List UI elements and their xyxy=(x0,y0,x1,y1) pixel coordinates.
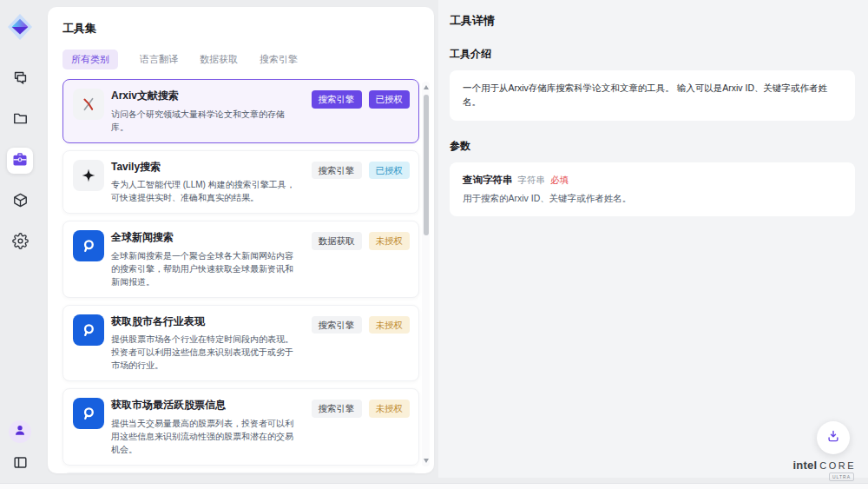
scroll-up-arrow[interactable] xyxy=(424,85,429,89)
sidebar xyxy=(0,0,40,489)
param-name: 查询字符串 xyxy=(463,174,513,187)
sidebar-item-tools[interactable] xyxy=(7,148,33,174)
intro-text: 一个用于从Arxiv存储库搜索科学论文和文章的工具。 输入可以是Arxiv ID… xyxy=(463,82,842,109)
download-button[interactable] xyxy=(817,421,850,454)
tool-card-active-stocks[interactable]: 获取市场最活跃股票信息 提供当天交易量最高的股票列表，投资者可以利用这些信息来识… xyxy=(62,388,419,466)
param-card: 查询字符串 字符串 必填 用于搜索的Arxiv ID、关键字或作者姓名。 xyxy=(450,162,855,216)
intro-card: 一个用于从Arxiv存储库搜索科学论文和文章的工具。 输入可以是Arxiv ID… xyxy=(450,70,855,121)
status-badge: 已授权 xyxy=(369,90,411,109)
blue-search-icon xyxy=(73,398,104,429)
status-badge: 未授权 xyxy=(369,316,411,334)
tool-card-sector-performance[interactable]: 获取股市各行业表现 提供股票市场各个行业在特定时间段内的表现。投资者可以利用这些… xyxy=(62,305,419,382)
sidebar-item-models[interactable] xyxy=(7,188,33,215)
params-heading: 参数 xyxy=(450,139,855,154)
cube-icon xyxy=(12,192,29,212)
collapse-sidebar-button[interactable] xyxy=(7,451,33,477)
scroll-down-arrow[interactable] xyxy=(424,459,429,463)
tool-card-arxiv[interactable]: Arxiv文献搜索 访问各个研究领域大量科学论文和文章的存储库。 搜索引擎 已授… xyxy=(62,79,419,143)
scrollbar-thumb[interactable] xyxy=(424,95,429,235)
status-badge: 未授权 xyxy=(369,232,411,250)
sidebar-item-settings[interactable] xyxy=(7,229,33,255)
core-wordmark: core xyxy=(819,460,856,471)
category-badge: 数据获取 xyxy=(312,232,362,250)
category-badge: 搜索引擎 xyxy=(312,162,362,180)
tool-description: 访问各个研究领域大量科学论文和文章的存储库。 xyxy=(111,108,301,134)
tool-description: 提供当天交易量最高的股票列表，投资者可以利用这些信息来识别流动性强的股票和潜在的… xyxy=(111,417,301,456)
gear-icon xyxy=(12,233,29,253)
folder-icon xyxy=(12,110,29,130)
sidebar-item-files[interactable] xyxy=(7,107,33,133)
tool-title: 全球新闻搜索 xyxy=(111,230,301,245)
tool-description: 专为人工智能代理 (LLM) 构建的搜索引擎工具，可快速提供实时、准确和真实的结… xyxy=(111,178,301,204)
sidebar-item-chat[interactable] xyxy=(7,66,33,92)
category-badge: 搜索引擎 xyxy=(312,316,362,334)
category-tabs: 所有类别 语言翻译 数据获取 搜索引擎 xyxy=(62,50,419,69)
tool-card-global-news[interactable]: 全球新闻搜索 全球新闻搜索是一个聚合全球各大新闻网站内容的搜索引擎，帮助用户快速… xyxy=(62,221,419,298)
chat-icon xyxy=(12,69,29,89)
tool-description: 全球新闻搜索是一个聚合全球各大新闻网站内容的搜索引擎，帮助用户快速获取全球最新资… xyxy=(111,249,301,288)
tools-panel-title: 工具集 xyxy=(62,21,419,36)
intro-heading: 工具介绍 xyxy=(450,47,855,62)
collapse-panel-icon xyxy=(12,454,29,474)
tool-title: Tavily搜索 xyxy=(111,160,301,175)
window-bottom-edge xyxy=(0,483,868,489)
arxiv-x-icon xyxy=(73,89,104,120)
tab-language-translation[interactable]: 语言翻译 xyxy=(140,50,178,69)
tab-search-engine[interactable]: 搜索引擎 xyxy=(260,50,298,69)
param-required-flag: 必填 xyxy=(550,175,569,187)
sidebar-bottom xyxy=(7,420,33,477)
sidebar-nav xyxy=(7,66,33,255)
status-badge: 未授权 xyxy=(369,400,411,418)
tool-title: Arxiv文献搜索 xyxy=(111,89,301,103)
status-badge: 已授权 xyxy=(369,162,411,180)
tools-panel: 工具集 所有类别 语言翻译 数据获取 搜索引擎 Arxiv文献搜索 访问各个研究… xyxy=(48,7,434,473)
list-scrollbar[interactable] xyxy=(422,82,430,466)
category-badge: 搜索引擎 xyxy=(312,90,362,109)
tool-detail-panel: 工具详情 工具介绍 一个用于从Arxiv存储库搜索科学论文和文章的工具。 输入可… xyxy=(438,0,868,478)
tool-card-tavily[interactable]: Tavily搜索 专为人工智能代理 (LLM) 构建的搜索引擎工具，可快速提供实… xyxy=(62,150,419,215)
category-badge: 搜索引擎 xyxy=(312,400,362,418)
app-window: 工具集 所有类别 语言翻译 数据获取 搜索引擎 Arxiv文献搜索 访问各个研究… xyxy=(0,0,868,489)
intel-wordmark: intel xyxy=(792,459,817,472)
tab-all-categories[interactable]: 所有类别 xyxy=(62,50,118,69)
tool-card-regional-news[interactable]: 万维地区新闻查询 查询具体行政区划内的新闻，快速了解各地新闻动 搜索引擎 未授权 xyxy=(62,472,419,473)
param-description: 用于搜索的Arxiv ID、关键字或作者姓名。 xyxy=(463,193,842,205)
blue-search-icon xyxy=(73,314,104,346)
tool-description: 提供股票市场各个行业在特定时间段内的表现。投资者可以利用这些信息来识别表现优于或… xyxy=(111,333,301,372)
tool-title: 获取股市各行业表现 xyxy=(111,314,301,329)
intel-core-logo: intel core Ultra xyxy=(792,459,856,481)
user-avatar[interactable] xyxy=(9,420,31,443)
detail-panel-title: 工具详情 xyxy=(450,13,855,29)
tool-title: 获取市场最活跃股票信息 xyxy=(111,398,301,413)
download-icon xyxy=(825,428,841,447)
blue-search-icon xyxy=(73,230,104,261)
core-ultra-badge: Ultra xyxy=(829,472,854,481)
param-type: 字符串 xyxy=(518,175,546,187)
toolbox-icon xyxy=(11,150,29,171)
person-icon xyxy=(13,423,27,440)
app-logo-diamond-icon xyxy=(5,10,35,43)
tab-data-acquisition[interactable]: 数据获取 xyxy=(200,50,238,69)
tool-card-list: Arxiv文献搜索 访问各个研究领域大量科学论文和文章的存储库。 搜索引擎 已授… xyxy=(62,79,419,473)
tavily-star-icon xyxy=(73,160,104,191)
